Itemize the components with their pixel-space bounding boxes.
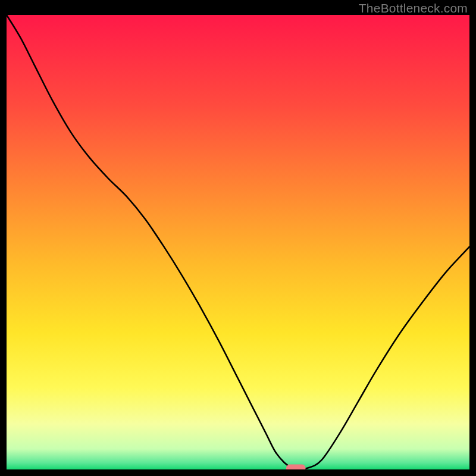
bottleneck-chart bbox=[7, 15, 469, 469]
optimal-marker bbox=[286, 465, 306, 469]
watermark-text: TheBottleneck.com bbox=[359, 1, 468, 15]
chart-background bbox=[7, 15, 469, 469]
chart-frame bbox=[7, 15, 469, 469]
